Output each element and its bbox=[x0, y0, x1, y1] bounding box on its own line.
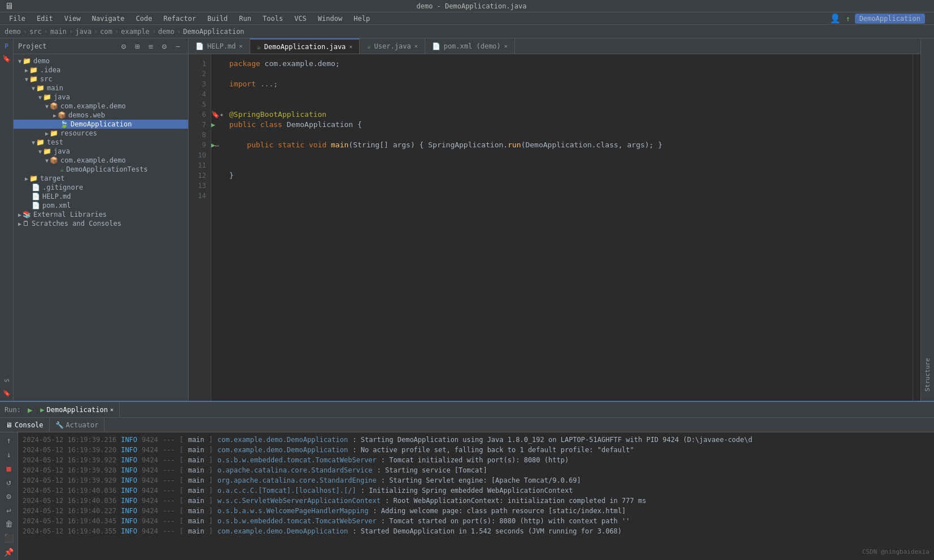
sidebar-item-demoapptests[interactable]: ☕ DemoApplicationTests bbox=[14, 165, 188, 174]
tab-user[interactable]: ☕ User.java ✕ bbox=[360, 38, 425, 54]
log-logger-7[interactable]: w.s.c.ServletWebServerApplicationContext bbox=[217, 496, 381, 506]
sidebar-item-idea[interactable]: ▶ 📁 .idea bbox=[14, 65, 188, 75]
menu-view[interactable]: View bbox=[60, 14, 85, 24]
menu-tools[interactable]: Tools bbox=[258, 14, 287, 24]
gutter-collapse-9[interactable]: ▭ bbox=[215, 142, 219, 148]
log-logger-3[interactable]: o.s.b.w.embedded.tomcat.TomcatWebServer bbox=[217, 455, 377, 465]
breadcrumb-example[interactable]: example bbox=[121, 28, 150, 36]
sidebar-item-helpmd[interactable]: 📄 HELP.md bbox=[14, 192, 188, 201]
tab-helpmd[interactable]: 📄 HELP.md ✕ bbox=[189, 38, 250, 54]
sidebar-item-test-pkg[interactable]: ▼ 📦 com.example.demo bbox=[14, 156, 188, 165]
tab-demoapplication[interactable]: ☕ DemoApplication.java ✕ bbox=[250, 38, 360, 54]
sidebar-item-demoapplication[interactable]: 🍃 DemoApplication bbox=[14, 120, 188, 129]
log-logger-4[interactable]: o.apache.catalina.core.StandardService bbox=[217, 465, 373, 475]
menu-run[interactable]: Run bbox=[234, 14, 256, 24]
tab-pomxml-close[interactable]: ✕ bbox=[504, 43, 508, 49]
log-time-6: 2024-05-12 16:19:40.036 bbox=[23, 485, 116, 496]
breadcrumb-main[interactable]: main bbox=[50, 28, 67, 36]
sidebar-gear-icon[interactable]: ⚙ bbox=[159, 41, 170, 52]
log-pid-6: 9424 bbox=[142, 485, 158, 496]
project-header-btn[interactable]: Project bbox=[14, 38, 51, 54]
menu-build[interactable]: Build bbox=[203, 14, 232, 24]
tab-pomxml[interactable]: 📄 pom.xml (demo) ✕ bbox=[425, 38, 515, 54]
project-panel-toggle[interactable]: P bbox=[1, 41, 12, 52]
target-folder-icon: 📁 bbox=[29, 174, 38, 182]
scroll-down-btn[interactable]: ↓ bbox=[3, 449, 15, 461]
run-config-label[interactable]: DemoApplication bbox=[855, 14, 925, 24]
sidebar-item-comexampledemo[interactable]: ▼ 📦 com.example.demo bbox=[14, 102, 188, 111]
sidebar-label-idea: .idea bbox=[40, 66, 60, 74]
log-logger-8[interactable]: o.s.b.a.w.s.WelcomePageHandlerMapping bbox=[217, 506, 368, 516]
run-tab-demoapplication[interactable]: ▶ DemoApplication ✕ bbox=[34, 403, 120, 417]
sidebar-item-ext-libs[interactable]: ▶ 📚 External Libraries bbox=[14, 210, 188, 219]
breadcrumb-src[interactable]: src bbox=[29, 28, 42, 36]
breadcrumb-demo[interactable]: demo bbox=[5, 28, 21, 36]
code-content[interactable]: package com.example.demo; import ...; @S… bbox=[222, 54, 913, 401]
sidebar-item-resources[interactable]: ▶ 📁 resources bbox=[14, 129, 188, 138]
log-pid-3: 9424 bbox=[142, 455, 158, 465]
sidebar-layout-icon[interactable]: ⊞ bbox=[132, 41, 143, 52]
gutter-run-arrow-9[interactable]: ▶ bbox=[211, 141, 215, 149]
menu-vcs[interactable]: VCS bbox=[290, 14, 311, 24]
log-logger-1[interactable]: com.example.demo.DemoApplication bbox=[217, 435, 348, 445]
console-subtab-console[interactable]: 🖥 Console bbox=[0, 418, 50, 432]
filter-btn[interactable]: ⚙ bbox=[3, 491, 15, 502]
clear-btn[interactable]: 🗑 bbox=[3, 518, 15, 530]
bookmarks-bottom-icon[interactable]: 🔖 bbox=[1, 387, 12, 399]
gutter-run-arrow-7[interactable]: ▶ bbox=[211, 121, 215, 129]
console-output[interactable]: 2024-05-12 16:19:39.216 INFO 9424 --- [ … bbox=[18, 432, 934, 560]
rerun-btn[interactable]: ↺ bbox=[3, 476, 15, 488]
sidebar-item-demosweb[interactable]: ▶ 📦 demos.web bbox=[14, 111, 188, 120]
log-thread-9: main bbox=[188, 516, 204, 526]
tab-user-close[interactable]: ✕ bbox=[414, 43, 418, 49]
menu-refactor[interactable]: Refactor bbox=[159, 14, 200, 24]
sidebar-label-pomxml: pom.xml bbox=[42, 202, 71, 209]
tab-helpmd-close[interactable]: ✕ bbox=[239, 43, 243, 49]
bookmark-icon[interactable]: 🔖 bbox=[1, 53, 12, 64]
sidebar-collapse-icon[interactable]: − bbox=[172, 41, 184, 52]
classname-string: String bbox=[353, 140, 379, 150]
breadcrumb-demo2[interactable]: demo bbox=[158, 28, 174, 36]
menu-file[interactable]: File bbox=[5, 14, 30, 24]
breadcrumb-classname[interactable]: DemoApplication bbox=[183, 28, 244, 36]
scroll-up-btn[interactable]: ↑ bbox=[3, 435, 15, 447]
sidebar-settings-icon[interactable]: ⚙ bbox=[118, 41, 129, 52]
breadcrumb-java[interactable]: java bbox=[75, 28, 91, 36]
wrap-btn[interactable]: ↩ bbox=[3, 504, 15, 516]
sidebar-sort-icon[interactable]: ≡ bbox=[145, 41, 156, 52]
sidebar-item-test[interactable]: ▼ 📁 test bbox=[14, 138, 188, 147]
log-logger-9[interactable]: o.s.b.w.embedded.tomcat.TomcatWebServer bbox=[217, 516, 377, 526]
log-logger-10[interactable]: com.example.demo.DemoApplication bbox=[217, 526, 348, 536]
run-tab-close[interactable]: ✕ bbox=[110, 406, 114, 413]
log-logger-5[interactable]: org.apache.catalina.core.StandardEngine bbox=[217, 475, 377, 485]
sidebar-item-gitignore[interactable]: 📄 .gitignore bbox=[14, 183, 188, 192]
user-icon[interactable]: 👤 bbox=[830, 13, 841, 24]
structure-toggle[interactable]: S bbox=[1, 375, 12, 386]
sidebar-item-src[interactable]: ▼ 📁 src bbox=[14, 75, 188, 84]
tab-java-icon: ☕ bbox=[257, 43, 261, 51]
structure-panel-label[interactable]: Structure bbox=[922, 353, 933, 396]
gutter-bookmark-icon[interactable]: 🔖 bbox=[211, 111, 220, 119]
tab-demoapplication-close[interactable]: ✕ bbox=[349, 43, 352, 50]
vcs-update-icon[interactable]: ↑ bbox=[845, 14, 850, 23]
menu-code[interactable]: Code bbox=[132, 14, 157, 24]
sidebar-item-scratches[interactable]: ▶ 🗒 Scratches and Consoles bbox=[14, 219, 188, 228]
menu-navigate[interactable]: Navigate bbox=[88, 14, 129, 24]
menu-help[interactable]: Help bbox=[349, 14, 374, 24]
sidebar-item-test-java[interactable]: ▼ 📁 java bbox=[14, 147, 188, 156]
sidebar-item-demo[interactable]: ▼ 📁 demo bbox=[14, 56, 188, 65]
log-logger-2[interactable]: com.example.demo.DemoApplication bbox=[217, 445, 348, 455]
log-logger-6[interactable]: o.a.c.c.C.[Tomcat].[localhost].[/] bbox=[217, 485, 356, 496]
stop-btn[interactable]: ■ bbox=[3, 462, 15, 474]
breadcrumb-com[interactable]: com bbox=[100, 28, 112, 36]
stop2-btn[interactable]: ⬛ bbox=[3, 532, 15, 544]
breadcrumb-sep-3: › bbox=[69, 28, 73, 36]
sidebar-item-java[interactable]: ▼ 📁 java bbox=[14, 93, 188, 102]
menu-edit[interactable]: Edit bbox=[32, 14, 58, 24]
console-subtab-actuator[interactable]: 🔧 Actuator bbox=[50, 418, 105, 432]
sidebar-item-pomxml[interactable]: 📄 pom.xml bbox=[14, 201, 188, 210]
menu-window[interactable]: Window bbox=[313, 14, 347, 24]
sidebar-item-main[interactable]: ▼ 📁 main bbox=[14, 84, 188, 93]
sidebar-item-target[interactable]: ▶ 📁 target bbox=[14, 174, 188, 183]
pin-btn[interactable]: 📌 bbox=[3, 546, 15, 558]
